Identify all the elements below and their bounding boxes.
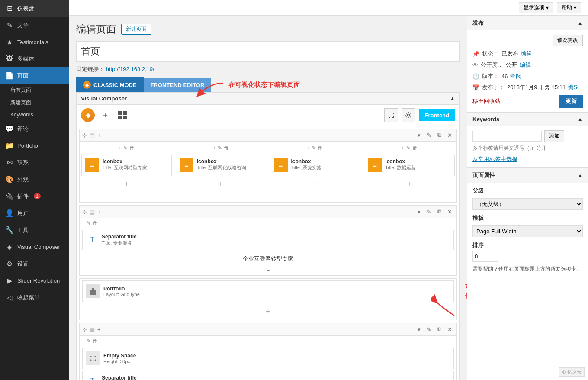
frontend-button[interactable]: Frontend	[419, 109, 455, 121]
sidebar-item-plugins[interactable]: 🔌 插件 1	[0, 188, 69, 205]
sidebar-item-contact[interactable]: ✉ 联系	[0, 154, 69, 171]
vc-row-delete[interactable]: ✕	[446, 131, 454, 139]
keywords-common-link[interactable]: 从常用标签中选择	[472, 156, 517, 162]
permalink-link[interactable]: http://192.168.2.19/	[106, 66, 154, 72]
vc-grid-button[interactable]	[116, 108, 129, 122]
vc-row-add-col[interactable]: +	[97, 132, 101, 138]
right-sidebar: 发布 ▲ 预览更改 📌 状态： 已发布 编辑 👁 公开度：	[467, 16, 588, 380]
keywords-input[interactable]	[472, 131, 542, 142]
chevron-down-icon: ▾	[546, 5, 549, 11]
published-edit-link[interactable]: 编辑	[568, 84, 579, 91]
sidebar-item-settings[interactable]: ⚙ 设置	[0, 255, 69, 272]
sidebar-item-users[interactable]: 👤 用户	[0, 205, 69, 222]
contact-icon: ✉	[5, 158, 14, 167]
vc-move-handle-4[interactable]: ⊹	[82, 326, 87, 333]
vc-row-add-col-2[interactable]: +	[97, 209, 101, 215]
tab-frontend-editor[interactable]: FRONTEND EDITOR	[144, 78, 212, 92]
help-button[interactable]: 帮助 ▾	[557, 2, 581, 13]
sidebar-item-comments[interactable]: 💬 评论	[0, 120, 69, 137]
vc-col-1-4-add[interactable]: +	[364, 178, 455, 190]
vc-col-delete-btn[interactable]: 🗑	[129, 145, 135, 151]
vc-center-label-1: 企业互联网转型专家	[80, 252, 456, 265]
status-row: 📌 状态： 已发布 编辑	[472, 50, 583, 58]
visibility-edit-link[interactable]: 编辑	[520, 61, 531, 69]
keywords-add-button[interactable]: 添加	[544, 130, 564, 142]
parent-select[interactable]: （无父级）	[472, 198, 583, 210]
sidebar-item-pages[interactable]: 📄 页面	[0, 67, 69, 84]
vc-row-2-delete[interactable]: ✕	[446, 208, 454, 216]
vc-row-4-edit[interactable]: ✎	[425, 325, 433, 334]
page-attributes-collapse-icon[interactable]: ▲	[577, 172, 583, 179]
vc-add-element-button[interactable]: +	[98, 108, 112, 122]
status-edit-link[interactable]: 编辑	[521, 50, 532, 58]
move-to-trash-link[interactable]: 移至回收站	[472, 97, 501, 105]
tab-classic-mode[interactable]: ◆ CLASSIC MODE	[76, 77, 144, 92]
vc-row-4-dropdown[interactable]: ▾	[416, 325, 422, 334]
vc-collapse-icon[interactable]: ▲	[450, 95, 455, 102]
publish-collapse-icon[interactable]: ▲	[577, 20, 583, 26]
vc-col-1-4: + ✎ 🗑 ≡ Iconbox Title: 数据运营	[362, 142, 456, 192]
preview-changes-button[interactable]: 预览更改	[553, 35, 583, 46]
vc-row-edit[interactable]: ✎	[425, 131, 433, 139]
sidebar-item-dashboard[interactable]: ⊞ 仪表盘	[0, 0, 69, 17]
sidebar-item-vc[interactable]: ◈ Visual Composer	[0, 238, 69, 255]
sidebar-item-collapse[interactable]: ◁ 收起菜单	[0, 289, 69, 306]
sidebar-item-posts[interactable]: ✎ 文章	[0, 17, 69, 34]
vc-col-edit-btn[interactable]: ✎	[312, 145, 316, 151]
vc-row-4-clone[interactable]: ⧉	[436, 325, 443, 334]
order-input[interactable]	[472, 251, 498, 262]
vc-row-2-add-btn[interactable]: + ✎ 🗑	[82, 220, 98, 226]
vc-row-4-add-btn[interactable]: + ✎ 🗑	[82, 338, 98, 344]
sidebar-item-appearance[interactable]: 🎨 外观	[0, 171, 69, 188]
vc-col-add-btn[interactable]: +	[119, 145, 122, 151]
vc-row-3-add[interactable]: +	[80, 304, 456, 320]
template-select[interactable]: Page Full-Width	[472, 225, 583, 237]
version-link[interactable]: 查阅	[510, 72, 521, 80]
page-title-field[interactable]: 首页	[76, 41, 460, 62]
sidebar-item-media[interactable]: 🖼 多媒体	[0, 51, 69, 67]
vc-col-1-2-add[interactable]: +	[176, 178, 266, 190]
vc-settings-button[interactable]	[402, 108, 415, 122]
vc-row-dropdown[interactable]: ▾	[416, 131, 422, 139]
keywords-collapse-icon[interactable]: ▲	[577, 116, 583, 122]
vc-separator-1: T Separator title Title: 专业服务	[82, 230, 454, 250]
vc-col-delete-btn[interactable]: 🗑	[318, 145, 323, 151]
sidebar-item-slider[interactable]: ▶ Slider Revolution	[0, 272, 69, 289]
vc-element-iconbox-1: ≡ Iconbox Title: 互联网转型专家	[81, 155, 172, 176]
vc-row-2-dropdown[interactable]: ▾	[416, 208, 422, 216]
sidebar-sub-new-page[interactable]: 新建页面	[0, 97, 69, 109]
show-options-button[interactable]: 显示选项 ▾	[519, 2, 553, 13]
sidebar-item-tools[interactable]: 🔧 工具	[0, 222, 69, 238]
vc-move-handle-2[interactable]: ⊹	[82, 209, 87, 215]
vc-row-clone[interactable]: ⧉	[436, 131, 443, 139]
vc-col-edit-btn[interactable]: ✎	[218, 145, 222, 151]
vc-row-2-edit[interactable]: ✎	[425, 208, 433, 216]
vc-move-handle[interactable]: ⊹	[82, 132, 87, 138]
vc-col-add-btn[interactable]: +	[213, 145, 216, 151]
vc-portfolio-el: Portfolio Layout: Grid type	[82, 280, 454, 302]
update-button[interactable]: 更新	[559, 95, 583, 108]
vc-col-1-3-add[interactable]: +	[270, 178, 360, 190]
vc-row-add-col-4[interactable]: +	[97, 326, 101, 333]
vc-row-2-add-row[interactable]: +	[80, 265, 456, 275]
vc-col-edit-btn[interactable]: ✎	[406, 145, 411, 151]
vc-row-4-delete[interactable]: ✕	[446, 325, 454, 334]
sidebar-sub-all-pages[interactable]: 所有页面	[0, 84, 69, 97]
vc-expand-button[interactable]	[384, 108, 398, 122]
vc-row-1-add-row[interactable]: +	[80, 192, 456, 202]
vc-col-delete-btn[interactable]: 🗑	[224, 145, 229, 151]
sidebar-item-portfolio[interactable]: 📁 Portfolio	[0, 137, 69, 154]
vc-col-add-btn[interactable]: +	[307, 145, 310, 151]
vc-row-2-clone[interactable]: ⧉	[436, 207, 443, 216]
vc-col-add-btn[interactable]: +	[402, 145, 405, 151]
vc-col-edit-btn[interactable]: ✎	[123, 145, 128, 151]
sidebar-sub-keywords[interactable]: Keywords	[0, 109, 69, 120]
vc-col-1-1-add[interactable]: +	[81, 178, 172, 190]
vc-panel-header: Visual Composer ▲	[77, 93, 459, 105]
comments-icon: 💬	[5, 125, 14, 133]
new-page-button[interactable]: 新建页面	[121, 24, 151, 35]
vc-element-iconbox-3: ≡ Iconbox Title: 系统实施	[270, 155, 360, 176]
vc-col-delete-btn[interactable]: 🗑	[412, 145, 418, 151]
sidebar-item-testimonials[interactable]: ★ Testimonials	[0, 34, 69, 51]
keywords-body: 添加 多个标签请用英文逗号（,）分开 从常用标签中选择	[467, 126, 588, 167]
